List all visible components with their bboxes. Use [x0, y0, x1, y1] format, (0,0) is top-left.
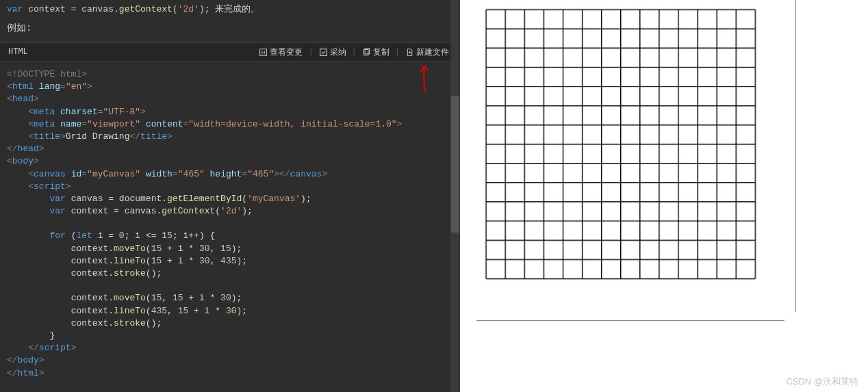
preview-pane: CSDN @沃和莱特 — [460, 0, 868, 392]
svg-rect-0 — [260, 49, 267, 55]
copy-button[interactable]: 复制 — [359, 47, 392, 58]
grid-canvas — [476, 0, 784, 308]
editor-pane: var context = canvas.getContext('2d'); 来… — [0, 0, 460, 392]
separator: | — [395, 47, 400, 57]
scrollbar-thumb[interactable] — [451, 96, 459, 233]
new-file-button[interactable]: 新建文件 — [403, 47, 452, 58]
divider-line — [476, 320, 784, 321]
separator: | — [352, 47, 357, 57]
example-label: 例如: — [0, 18, 460, 38]
code-actions: 查看变更 | 采纳 | 复制 | 新建文件 — [256, 47, 452, 58]
copy-icon — [362, 48, 371, 57]
view-changes-button[interactable]: 查看变更 — [256, 47, 305, 58]
code-keyword: var — [7, 4, 23, 14]
context-snippet: var context = canvas.getContext('2d'); 来… — [0, 0, 460, 18]
separator: | — [308, 47, 313, 57]
watermark-text: CSDN @沃和莱特 — [786, 376, 858, 388]
diff-icon — [259, 48, 268, 57]
vertical-divider — [795, 0, 796, 312]
svg-rect-1 — [320, 49, 327, 55]
code-block-header: HTML 查看变更 | 采纳 | 复制 | 新建文件 — [0, 42, 460, 62]
new-file-icon — [405, 48, 414, 57]
check-icon — [319, 48, 328, 57]
code-language-label: HTML — [8, 47, 256, 57]
accept-button[interactable]: 采纳 — [316, 47, 349, 58]
canvas-output — [460, 0, 868, 321]
scrollbar-track[interactable] — [450, 0, 460, 392]
code-block-body[interactable]: <!DOCTYPE html><html lang="en"><head> <m… — [0, 62, 460, 387]
